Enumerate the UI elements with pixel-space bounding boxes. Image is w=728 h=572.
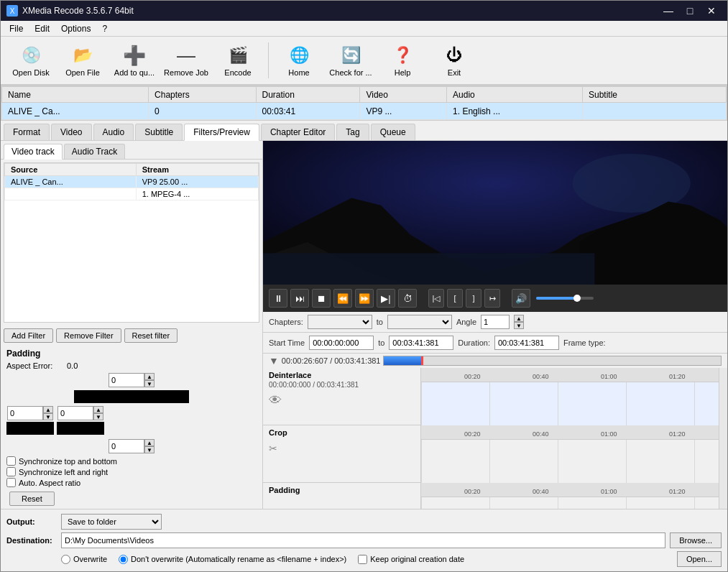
ruler-mark-pad-00-20: 00:20 bbox=[464, 488, 481, 495]
end-time-input[interactable] bbox=[389, 336, 453, 350]
filter-row[interactable]: 1. MPEG-4 ... bbox=[5, 188, 259, 200]
filter-stream-2: 1. MPEG-4 ... bbox=[136, 188, 258, 200]
minimize-button[interactable]: — bbox=[658, 4, 678, 18]
tab-audio[interactable]: Audio bbox=[93, 124, 134, 140]
sync-left-right-checkbox[interactable] bbox=[6, 467, 16, 476]
duration-input[interactable] bbox=[494, 336, 559, 350]
menu-edit[interactable]: Edit bbox=[29, 22, 55, 35]
encode-icon: 🎬 bbox=[226, 44, 249, 67]
eye-icon[interactable]: 👁 bbox=[269, 393, 415, 408]
tab-video[interactable]: Video bbox=[51, 124, 91, 140]
menu-help[interactable]: ? bbox=[96, 22, 113, 35]
keep-date-checkbox[interactable] bbox=[358, 555, 367, 564]
tab-subtitle[interactable]: Subtitle bbox=[135, 124, 183, 140]
overwrite-radio[interactable] bbox=[61, 555, 70, 564]
step-back-button[interactable]: ⏪ bbox=[333, 289, 352, 308]
mark-in-button[interactable]: |◁ bbox=[428, 289, 444, 308]
angle-label: Angle bbox=[456, 318, 476, 326]
browse-button[interactable]: Browse... bbox=[670, 532, 722, 548]
keep-date-option[interactable]: Keep original creation date bbox=[358, 555, 464, 564]
volume-button[interactable]: 🔊 bbox=[512, 289, 530, 308]
sub-tab-audio-track[interactable]: Audio Track bbox=[64, 144, 125, 159]
col-video: Video bbox=[360, 87, 447, 103]
filter-source-2 bbox=[5, 188, 137, 200]
time-controls-2: Start Time to Duration: Frame type: bbox=[263, 333, 727, 354]
exit-button[interactable]: ⏻ Exit bbox=[430, 40, 479, 81]
pause-button[interactable]: ⏸ bbox=[269, 289, 287, 308]
sync-left-right-label: Synchronize left and right bbox=[19, 468, 108, 476]
add-filter-button[interactable]: Add Filter bbox=[4, 328, 53, 343]
open-disk-button[interactable]: 💿 Open Disk bbox=[6, 40, 55, 81]
menu-options[interactable]: Options bbox=[55, 22, 96, 35]
goto-button[interactable]: ↦ bbox=[484, 289, 500, 308]
top-up-btn[interactable]: ▲ bbox=[144, 373, 155, 380]
sync-top-bottom-row: Synchronize top and bottom bbox=[6, 456, 257, 466]
help-icon: ❓ bbox=[391, 44, 414, 67]
sync-top-bottom-checkbox[interactable] bbox=[6, 456, 16, 466]
progress-bar[interactable] bbox=[383, 356, 722, 366]
overwrite-option[interactable]: Overwrite bbox=[61, 555, 107, 564]
tab-filters-preview[interactable]: Filters/Preview bbox=[184, 124, 259, 141]
progress-expand-icon[interactable]: ▼ bbox=[269, 355, 279, 366]
home-button[interactable]: 🌐 Home bbox=[275, 40, 323, 81]
chapters-to-select[interactable] bbox=[387, 315, 452, 329]
bottom-up-btn[interactable]: ▲ bbox=[144, 439, 155, 446]
check-for-button[interactable]: 🔄 Check for ... bbox=[326, 40, 375, 81]
encode-button[interactable]: 🎬 Encode bbox=[213, 40, 262, 81]
stop-button[interactable]: ⏹ bbox=[312, 289, 331, 308]
col-name: Name bbox=[2, 87, 149, 103]
bottom-input[interactable] bbox=[109, 439, 144, 453]
tab-tag[interactable]: Tag bbox=[336, 124, 369, 140]
angle-input[interactable] bbox=[481, 315, 510, 329]
help-button[interactable]: ❓ Help bbox=[378, 40, 427, 81]
destination-input[interactable] bbox=[61, 532, 665, 548]
remove-job-button[interactable]: — Remove Job bbox=[162, 40, 211, 81]
step-forward-button[interactable]: ⏩ bbox=[355, 289, 374, 308]
right-input[interactable] bbox=[57, 406, 93, 420]
menu-file[interactable]: File bbox=[4, 22, 29, 35]
play-section-button[interactable]: ▶| bbox=[377, 289, 395, 308]
duration-label: Duration: bbox=[458, 338, 490, 347]
left-input[interactable] bbox=[7, 406, 43, 420]
right-up-btn[interactable]: ▲ bbox=[93, 406, 103, 413]
top-input[interactable] bbox=[109, 373, 144, 387]
right-spinbox: ▲ ▼ bbox=[57, 406, 103, 420]
open-button[interactable]: Open... bbox=[677, 551, 722, 567]
angle-down-btn[interactable]: ▼ bbox=[514, 322, 524, 329]
tab-chapter-editor[interactable]: Chapter Editor bbox=[261, 124, 335, 140]
timer-button[interactable]: ⏱ bbox=[398, 289, 417, 308]
filter-row[interactable]: ALIVE _ Can... VP9 25.00 ... bbox=[5, 176, 259, 188]
mark-out-left-button[interactable]: [ bbox=[447, 289, 463, 308]
maximize-button[interactable]: □ bbox=[680, 4, 700, 18]
right-down-btn[interactable]: ▼ bbox=[93, 413, 103, 420]
angle-up-btn[interactable]: ▲ bbox=[514, 315, 524, 322]
add-queue-button[interactable]: ➕ Add to qu... bbox=[110, 40, 159, 81]
close-button[interactable]: ✕ bbox=[701, 4, 722, 18]
top-down-btn[interactable]: ▼ bbox=[144, 380, 155, 387]
table-row[interactable]: ALIVE _ Ca... 0 00:03:41 VP9 ... 1. Engl… bbox=[2, 103, 727, 120]
dont-overwrite-option[interactable]: Don't overwrite (Automatically rename as… bbox=[119, 555, 346, 564]
reset-filter-button[interactable]: Reset filter bbox=[124, 328, 178, 343]
dont-overwrite-radio[interactable] bbox=[119, 555, 128, 564]
mark-out-right-button[interactable]: ] bbox=[466, 289, 482, 308]
reset-padding-button[interactable]: Reset bbox=[9, 492, 55, 506]
tab-format[interactable]: Format bbox=[4, 124, 50, 140]
remove-filter-button[interactable]: Remove Filter bbox=[56, 328, 121, 343]
tab-queue[interactable]: Queue bbox=[371, 124, 415, 140]
add-queue-label: Add to qu... bbox=[114, 68, 155, 77]
start-time-input[interactable] bbox=[309, 336, 374, 350]
vertical-scrollbar[interactable] bbox=[719, 368, 727, 509]
left-up-btn[interactable]: ▲ bbox=[43, 406, 53, 413]
ruler-mark-01-00: 01:00 bbox=[601, 373, 617, 380]
volume-slider[interactable] bbox=[536, 297, 594, 300]
sub-tab-video-track[interactable]: Video track bbox=[4, 144, 63, 160]
auto-aspect-checkbox[interactable] bbox=[6, 478, 16, 487]
crop-icon[interactable]: ✂ bbox=[269, 443, 415, 454]
ruler-mark-01-20: 01:20 bbox=[669, 373, 686, 380]
open-file-button[interactable]: 📂 Open File bbox=[58, 40, 107, 81]
left-down-btn[interactable]: ▼ bbox=[43, 413, 53, 420]
bottom-down-btn[interactable]: ▼ bbox=[144, 446, 155, 453]
output-select[interactable]: Save to folder Save to source folder Sav… bbox=[61, 514, 162, 530]
chapters-select[interactable] bbox=[308, 315, 372, 329]
next-chapter-button[interactable]: ⏭ bbox=[290, 289, 309, 308]
